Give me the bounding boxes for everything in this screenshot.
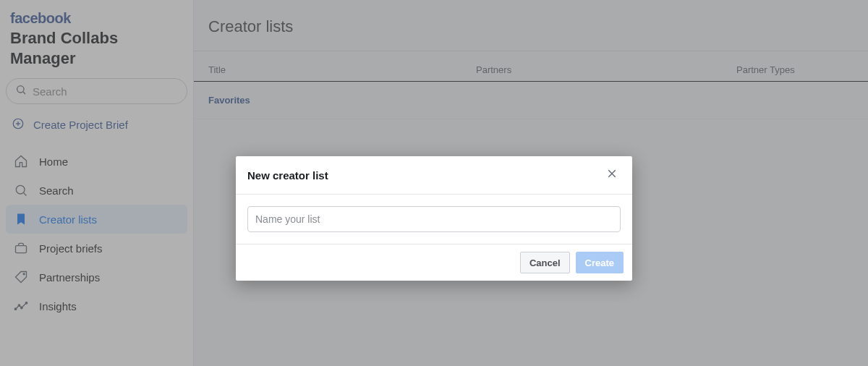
modal-header: New creator list xyxy=(236,156,632,195)
modal-overlay[interactable]: New creator list Cancel Create xyxy=(0,0,868,366)
cancel-button[interactable]: Cancel xyxy=(520,252,570,273)
list-name-input[interactable] xyxy=(247,206,621,232)
close-icon xyxy=(606,169,618,182)
modal-body xyxy=(236,195,632,244)
create-button[interactable]: Create xyxy=(576,252,624,273)
modal-close-button[interactable] xyxy=(603,165,621,185)
modal-footer: Cancel Create xyxy=(236,244,632,281)
new-creator-list-modal: New creator list Cancel Create xyxy=(236,156,632,281)
modal-title: New creator list xyxy=(247,169,328,182)
